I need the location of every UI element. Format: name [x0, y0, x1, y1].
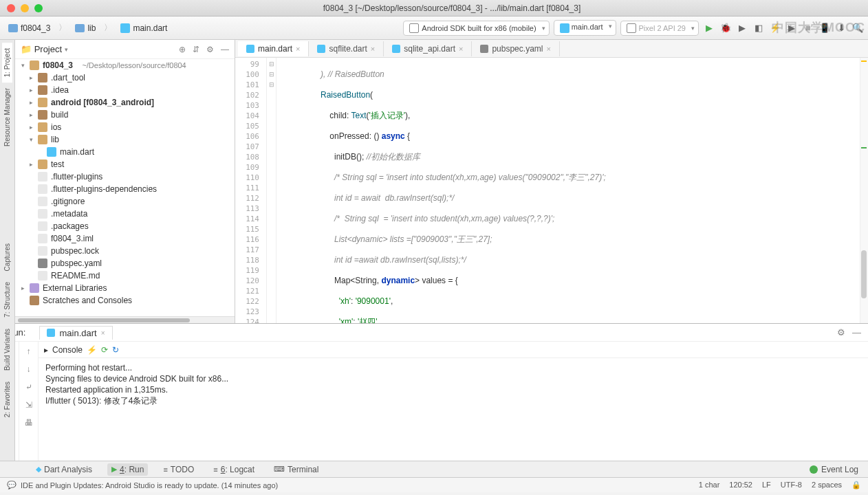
- chevron-icon[interactable]: ▸: [28, 87, 34, 94]
- status-lock-icon[interactable]: 🔒: [851, 481, 861, 490]
- chevron-down-icon[interactable]: ▾: [19, 62, 26, 69]
- library-icon: [30, 283, 39, 293]
- tab-resource-manager[interactable]: Resource Manager: [2, 82, 12, 152]
- console-header: ▸ Console ⚡ ⟳ ↻: [39, 342, 868, 358]
- code-editor[interactable]: ), // RaisedButton RaisedButton( child: …: [276, 58, 860, 323]
- tree-root[interactable]: ▾ f0804_3 ~/Desktop/lesson/source/f0804: [15, 59, 235, 72]
- tree-item[interactable]: README.md: [15, 270, 235, 282]
- editor-tab[interactable]: sqlite_api.dart×: [384, 41, 472, 56]
- coverage-button[interactable]: ▶: [736, 22, 748, 34]
- emulator-selector[interactable]: Pixel 2 API 29: [620, 21, 699, 36]
- up-icon[interactable]: ↑: [23, 346, 34, 357]
- soft-wrap-icon[interactable]: ⤶: [23, 382, 34, 393]
- editor-scrollbar[interactable]: [860, 58, 868, 323]
- close-tab-icon[interactable]: ×: [101, 329, 105, 337]
- status-indent[interactable]: 2 spaces: [812, 481, 842, 490]
- status-encoding[interactable]: UTF-8: [781, 481, 802, 490]
- gear-icon[interactable]: ⚙: [206, 45, 214, 54]
- select-opened-icon[interactable]: ⊕: [179, 45, 186, 54]
- profile-button[interactable]: ◧: [752, 22, 765, 34]
- tree-scratches[interactable]: Scratches and Consoles: [15, 294, 235, 307]
- run-tool-window: Run: main.dart × ⚙ — ↻ ↑ ↓ ⤶ ⇲ 🖶 ▸ Conso…: [0, 323, 868, 461]
- editor-body[interactable]: 9910010110210310410510610710810911011111…: [235, 58, 868, 323]
- folder-icon: [38, 135, 47, 144]
- restart-icon[interactable]: ↻: [112, 345, 119, 355]
- expand-all-icon[interactable]: ⇵: [193, 45, 199, 54]
- gear-icon[interactable]: ⚙: [837, 327, 845, 338]
- run-button[interactable]: ▶: [703, 22, 715, 34]
- tree-external-libraries[interactable]: ▸ External Libraries: [15, 282, 235, 294]
- tree-item[interactable]: .flutter-plugins-dependencies: [15, 183, 235, 195]
- tree-item[interactable]: .flutter-plugins: [15, 170, 235, 183]
- print-icon[interactable]: 🖶: [23, 417, 34, 428]
- console-output[interactable]: Performing hot restart...Syncing files t…: [39, 358, 868, 461]
- run-tab[interactable]: main.dart ×: [39, 326, 112, 340]
- scroll-end-icon[interactable]: ⇲: [23, 399, 34, 410]
- close-tab-icon[interactable]: ×: [296, 45, 300, 53]
- tab-captures[interactable]: Captures: [2, 238, 12, 277]
- tree-folder[interactable]: ▸.idea: [15, 84, 235, 96]
- status-position[interactable]: 120:52: [729, 481, 752, 490]
- chevron-icon[interactable]: ▸: [28, 124, 34, 131]
- fold-gutter[interactable]: ⊟⊟⊟: [267, 58, 276, 323]
- tab-event-log[interactable]: Event Log: [805, 463, 862, 476]
- editor-tab[interactable]: sqflite.dart×: [309, 41, 384, 56]
- tab-terminal[interactable]: ⌨Terminal: [270, 463, 323, 476]
- chevron-icon[interactable]: ▾: [28, 136, 34, 143]
- folder-icon: [38, 73, 47, 82]
- tab-structure[interactable]: 7: Structure: [2, 276, 12, 323]
- down-icon[interactable]: ↓: [23, 364, 34, 375]
- chevron-icon[interactable]: ▸: [28, 74, 34, 81]
- chevron-right-icon[interactable]: ▸: [19, 285, 26, 292]
- tab-run[interactable]: ▶4: Run: [107, 463, 148, 476]
- debug-button[interactable]: 🐞: [719, 22, 732, 34]
- tree-file-main-dart[interactable]: main.dart: [15, 146, 235, 158]
- tab-dart-analysis[interactable]: ◆Dart Analysis: [32, 463, 96, 476]
- status-line-ending[interactable]: LF: [762, 481, 771, 490]
- tab-todo[interactable]: ≡TODO: [159, 463, 198, 476]
- tree-folder[interactable]: ▸.dart_tool: [15, 72, 235, 84]
- tree-folder[interactable]: ▸android [f0804_3_android]: [15, 96, 235, 109]
- hot-reload-icon[interactable]: ⟳: [101, 345, 108, 355]
- breadcrumb-root[interactable]: f0804_3: [4, 22, 54, 34]
- breadcrumb-lib[interactable]: lib: [71, 22, 100, 34]
- horizontal-scrollbar[interactable]: [15, 316, 235, 323]
- breadcrumb-file[interactable]: main.dart: [116, 22, 171, 34]
- chevron-icon[interactable]: ▸: [28, 111, 34, 118]
- zoom-window[interactable]: [34, 4, 43, 12]
- run-config-selector[interactable]: main.dart: [554, 20, 616, 35]
- chevron-right-icon[interactable]: ▸: [28, 161, 34, 168]
- tree-item[interactable]: .gitignore: [15, 195, 235, 208]
- tree-folder[interactable]: ▸build: [15, 109, 235, 121]
- chevron-icon[interactable]: ▸: [28, 99, 34, 106]
- lightning-icon[interactable]: ⚡: [87, 345, 97, 355]
- tab-logcat[interactable]: ≡6: Logcat: [209, 463, 259, 476]
- tree-item[interactable]: f0804_3.iml: [15, 232, 235, 245]
- close-tab-icon[interactable]: ×: [546, 45, 550, 53]
- tab-build-variants[interactable]: Build Variants: [2, 323, 12, 376]
- tree-folder[interactable]: ▾lib: [15, 133, 235, 146]
- tree-item[interactable]: .packages: [15, 220, 235, 232]
- tree-item[interactable]: .metadata: [15, 208, 235, 220]
- tab-favorites[interactable]: 2: Favorites: [2, 376, 12, 423]
- notification-icon[interactable]: 💬: [7, 481, 17, 490]
- tree-folder[interactable]: ▸ios: [15, 121, 235, 133]
- bottom-tool-window-tabs: ◆Dart Analysis ▶4: Run ≡TODO ≡6: Logcat …: [0, 461, 868, 477]
- close-tab-icon[interactable]: ×: [371, 45, 375, 53]
- close-window[interactable]: [7, 4, 15, 12]
- tab-project[interactable]: 1: Project: [2, 43, 12, 82]
- editor-tab[interactable]: main.dart×: [238, 41, 309, 56]
- hide-icon[interactable]: —: [852, 327, 861, 338]
- editor-tab[interactable]: pubspec.yaml×: [472, 41, 559, 56]
- close-tab-icon[interactable]: ×: [459, 45, 463, 53]
- minimize-window[interactable]: [21, 4, 29, 12]
- file-icon: [38, 246, 47, 256]
- tree-item[interactable]: ▸test: [15, 158, 235, 170]
- editor-area: main.dart×sqflite.dart×sqlite_api.dart×p…: [235, 40, 868, 323]
- run-header: Run: main.dart × ⚙ —: [0, 324, 868, 342]
- tree-item[interactable]: pubspec.lock: [15, 245, 235, 257]
- tree-item[interactable]: pubspec.yaml: [15, 257, 235, 270]
- project-tree[interactable]: ▾ f0804_3 ~/Desktop/lesson/source/f0804 …: [15, 59, 235, 316]
- hide-icon[interactable]: —: [221, 45, 229, 54]
- device-selector[interactable]: Android SDK built for x86 (mobile): [403, 21, 549, 36]
